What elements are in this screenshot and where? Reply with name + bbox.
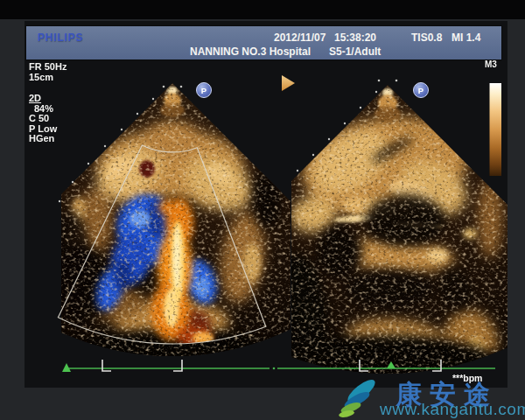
imaging-parameters: FR 50Hz 15cm 2D 84% C 50 P Low HGen bbox=[29, 62, 66, 144]
exam-time: 15:38:20 bbox=[334, 32, 376, 44]
header-bar: PHILIPS 2012/11/07 15:38:20 TIS0.8 MI 1.… bbox=[26, 26, 501, 60]
kangantu-leaf-logo-icon bbox=[338, 376, 382, 420]
monitor-label: M3 bbox=[485, 60, 497, 69]
mi-value: MI 1.4 bbox=[452, 32, 480, 44]
frame-rate-value: FR 50Hz bbox=[29, 62, 66, 73]
hospital-name: NANNING NO.3 Hospital bbox=[190, 46, 311, 58]
philips-logo: PHILIPS bbox=[38, 32, 83, 44]
probe-preset: S5-1/Adult bbox=[329, 46, 381, 58]
watermark-site-url: www.kangantu.com bbox=[380, 400, 525, 419]
mode-label: 2D bbox=[29, 93, 41, 103]
top-black-strip bbox=[0, 0, 525, 19]
imaging-canvas bbox=[24, 21, 508, 388]
tis-value: TIS0.8 bbox=[411, 32, 442, 44]
exam-date: 2012/11/07 bbox=[274, 32, 326, 44]
compression-value: C 50 bbox=[29, 114, 66, 124]
depth-value: 15cm bbox=[29, 73, 66, 83]
harmonics-value: HGen bbox=[29, 134, 66, 144]
